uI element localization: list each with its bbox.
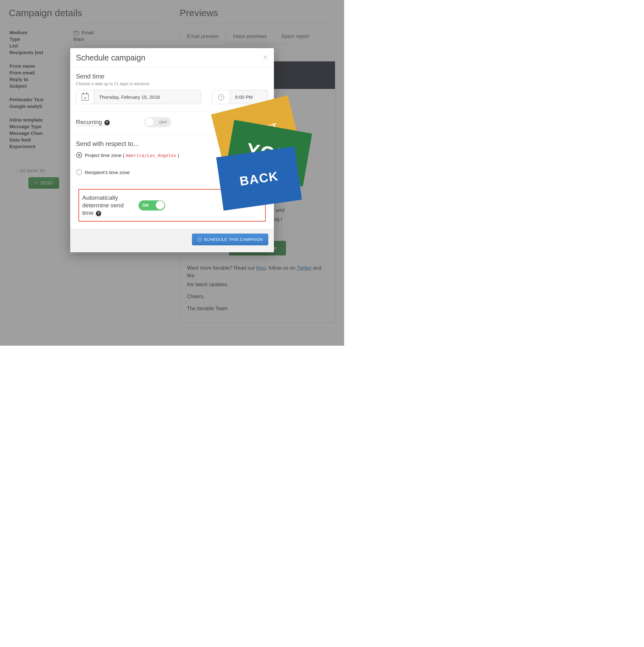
toggle-knob	[156, 201, 164, 210]
radio-project-label: Project time zone	[85, 153, 122, 158]
schedule-this-campaign-button[interactable]: SCHEDULE THIS CAMPAIGN	[192, 234, 268, 245]
toggle-state-on: ON	[139, 203, 152, 208]
close-icon[interactable]	[262, 55, 268, 61]
date-value: Thursday, February 15, 2018	[94, 90, 201, 104]
radio-recipient-timezone[interactable]	[76, 169, 82, 175]
toggle-state-off: OFF	[155, 120, 171, 125]
help-icon[interactable]: ?	[104, 120, 110, 125]
toggle-knob	[145, 118, 154, 126]
modal-header: Schedule campaign	[70, 48, 274, 67]
modal-footer: SCHEDULE THIS CAMPAIGN	[70, 228, 274, 252]
recurring-label: Recurring ?	[76, 119, 110, 126]
auto-determine-label: Automatically determine send time ?	[82, 194, 130, 217]
timezone-code: America/Los_Angeles	[126, 153, 176, 158]
recurring-toggle[interactable]: OFF	[145, 117, 171, 127]
send-time-heading: Send time	[76, 73, 268, 80]
radio-recipient-label: Recipient's time zone	[85, 170, 130, 175]
send-time-helper: Choose a date up to 21 days in advance	[76, 81, 268, 86]
card-back: BACK	[216, 146, 302, 211]
calendar-icon: 15	[76, 90, 94, 104]
date-picker[interactable]: 15 Thursday, February 15, 2018	[76, 90, 201, 104]
radio-project-timezone[interactable]	[76, 152, 82, 158]
auto-send-time-toggle[interactable]: ON	[139, 200, 165, 211]
send-time-section: Send time Choose a date up to 21 days in…	[70, 67, 274, 112]
help-icon[interactable]: ?	[96, 211, 101, 216]
clock-icon	[197, 237, 202, 242]
modal-title: Schedule campaign	[76, 53, 146, 62]
clock-icon	[212, 90, 230, 104]
